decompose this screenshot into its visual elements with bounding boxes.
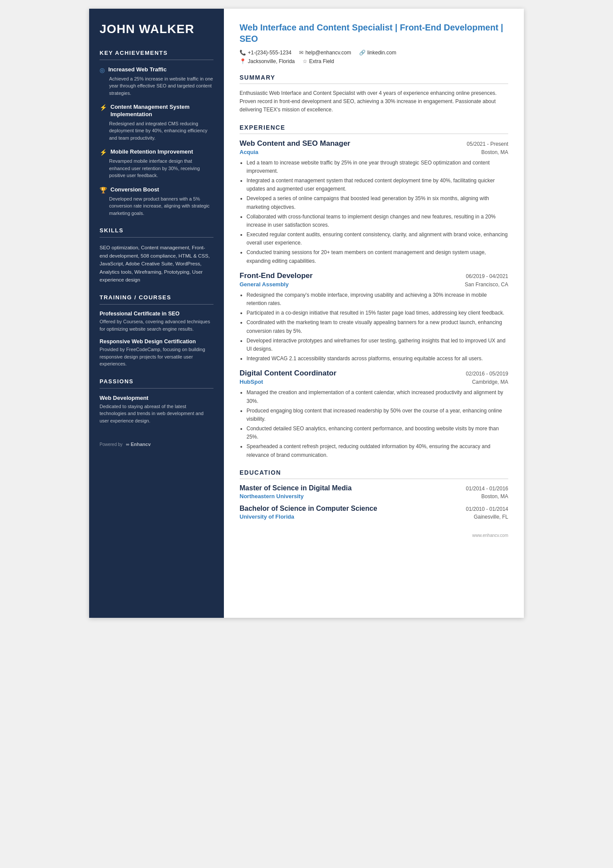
achievement-desc: Achieved a 25% increase in website traff… [100,75,213,97]
passions-divider [100,388,213,389]
edu-degree: Master of Science in Digital Media [240,484,352,492]
job-dates: 06/2019 - 04/2021 [466,273,508,279]
footer-url: www.enhancv.com [472,533,508,538]
course-title: Responsive Web Design Certification [100,338,213,345]
course-title: Professional Certificate in SEO [100,311,213,317]
main-content: Web Interface and Content Specialist | F… [224,9,524,618]
contact-row-2: 📍 Jacksonville, Florida ☆ Extra Field [240,58,508,64]
bullet-item: Participated in a co-design initiative t… [247,309,508,317]
edu-header: Bachelor of Science in Computer Science … [240,505,508,513]
experience-divider [240,134,508,134]
job-header: Digital Content Coordinator 02/2016 - 05… [240,369,508,378]
trophy-icon: 🏆 [100,187,107,194]
edu-school: Northeastern University [240,493,303,499]
training-title: TRAINING / COURSES [100,294,213,301]
location-contact: 📍 Jacksonville, Florida [240,58,295,64]
skills-title: SKILLS [100,227,213,234]
email-contact: ✉ help@enhancv.com [299,50,351,56]
course-item: Professional Certificate in SEO Offered … [100,311,213,332]
resume-container: JOHN WALKER KEY ACHIEVEMENTS ◎ Increased… [89,9,524,618]
main-footer: www.enhancv.com [240,533,508,538]
job-header: Front-End Developer 06/2019 - 04/2021 [240,271,508,280]
linkedin-icon: 🔗 [359,50,366,56]
course-desc: Provided by FreeCodeCamp, focusing on bu… [100,346,213,368]
experience-section-title: EXPERIENCE [240,124,508,131]
achievements-divider [100,60,213,60]
email-value: help@enhancv.com [305,50,351,56]
summary-section-title: SUMMARY [240,74,508,81]
edu-dates: 01/2010 - 01/2014 [466,506,508,512]
edu-location: Gainesville, FL [474,514,508,520]
job-dates: 05/2021 - Present [467,141,508,147]
summary-divider [240,84,508,84]
job-subrow: HubSpot Cambridge, MA [240,379,508,385]
achievement-desc: Redesigned and integrated CMS reducing d… [100,120,213,142]
achievements-title: KEY ACHIEVEMENTS [100,50,213,56]
achievement-title: Mobile Retention Improvement [110,148,193,156]
job-header: Web Content and SEO Manager 05/2021 - Pr… [240,139,508,148]
bullet-item: Executed regular content audits, ensurin… [247,231,508,247]
edu-dates: 01/2014 - 01/2016 [466,486,508,492]
email-icon: ✉ [299,50,303,56]
achievement-title: Content Management System Implementation [110,104,213,118]
target-icon: ◎ [100,67,105,74]
course-item: Responsive Web Design Certification Prov… [100,338,213,368]
location-icon: 📍 [240,58,246,64]
bullet-item: Conducted training sessions for 20+ team… [247,248,508,265]
training-divider [100,304,213,305]
bullet-item: Produced engaging blog content that incr… [247,407,508,423]
bullet-item: Coordinated with the marketing team to c… [247,318,508,335]
achievements-list: ◎ Increased Web Traffic Achieved a 25% i… [100,66,213,217]
passion-title: Web Development [100,395,213,401]
achievement-header: ⚡ Content Management System Implementati… [100,104,213,118]
phone-value: +1-(234)-555-1234 [248,50,291,56]
job-dates: 02/2016 - 05/2019 [466,371,508,377]
job-bullets: Managed the creation and implementation … [247,389,508,459]
edu-header: Master of Science in Digital Media 01/20… [240,484,508,492]
bolt-icon: ⚡ [100,104,107,111]
achievement-header: ⚡ Mobile Retention Improvement [100,148,213,156]
bullet-item: Redesigned the company's mobile interfac… [247,291,508,308]
passions-list: Web Development Dedicated to staying abr… [100,395,213,425]
candidate-name: JOHN WALKER [100,22,213,37]
sidebar-footer: Powered by ∞ Enhancv [100,442,213,447]
achievement-item: 🏆 Conversion Boost Developed new product… [100,186,213,217]
job-title: Digital Content Coordinator [240,369,336,378]
achievement-title: Conversion Boost [110,186,159,194]
extra-value: Extra Field [309,58,334,64]
achievement-desc: Revamped mobile interface design that en… [100,158,213,179]
achievement-item: ⚡ Mobile Retention Improvement Revamped … [100,148,213,179]
achievement-header: ◎ Increased Web Traffic [100,66,213,74]
achievement-desc: Developed new product banners with a 5% … [100,195,213,217]
education-divider [240,479,508,479]
enhancv-logo: ∞ Enhancv [126,442,151,447]
extra-contact: ☆ Extra Field [303,58,334,64]
main-title: Web Interface and Content Specialist | F… [240,22,508,44]
job-company: Acquia [240,149,258,155]
sidebar: JOHN WALKER KEY ACHIEVEMENTS ◎ Increased… [89,9,224,618]
bullet-item: Developed interactive prototypes and wir… [247,337,508,353]
job-location: Boston, MA [481,149,508,155]
job-title: Front-End Developer [240,271,313,280]
bullet-item: Developed a series of online campaigns t… [247,194,508,211]
bullet-item: Integrated a content management system t… [247,177,508,193]
achievement-title: Increased Web Traffic [108,66,167,74]
bolt-icon: ⚡ [100,149,107,156]
job-company: General Assembly [240,281,289,288]
bullet-item: Spearheaded a content refresh project, r… [247,442,508,459]
edu-subrow: University of Florida Gainesville, FL [240,513,508,520]
linkedin-contact: 🔗 linkedin.com [359,50,396,56]
achievement-header: 🏆 Conversion Boost [100,186,213,194]
job-location: Cambridge, MA [472,379,508,385]
achievement-item: ◎ Increased Web Traffic Achieved a 25% i… [100,66,213,97]
phone-icon: 📞 [240,50,246,56]
location-value: Jacksonville, Florida [248,58,295,64]
job-subrow: Acquia Boston, MA [240,149,508,155]
passion-desc: Dedicated to staying abreast of the late… [100,403,213,425]
bullet-item: Conducted detailed SEO analytics, enhanc… [247,425,508,441]
job-bullets: Redesigned the company's mobile interfac… [247,291,508,363]
powered-by-label: Powered by [100,442,123,447]
edu-location: Boston, MA [481,493,508,499]
achievement-item: ⚡ Content Management System Implementati… [100,104,213,141]
bullet-item: Collaborated with cross-functional teams… [247,213,508,229]
